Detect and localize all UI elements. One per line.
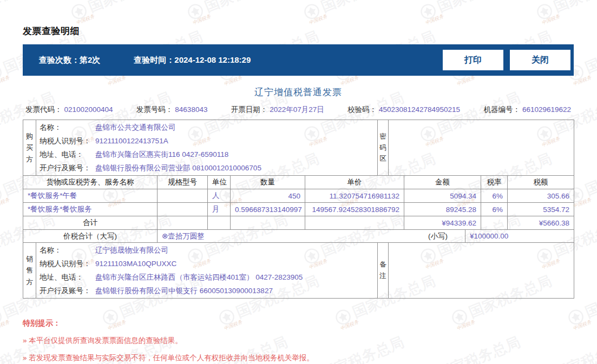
notice-item: » 本平台仅提供所查询发票票面信息的查验结果。 (23, 336, 574, 346)
buyer-taxid-label: 纳税人识别号： (40, 136, 95, 146)
grand-total-lowercase-label: (小写) (428, 231, 448, 241)
seller-bank-value: 盘锦银行股份有限公司中银支行 660050130900013827 (95, 286, 273, 296)
item-unit: 人 (208, 189, 231, 203)
col-header-tax: 税额 (508, 176, 574, 189)
seller-address-row: 地址、电话：盘锦市兴隆台区庄林路西（市客运站四楼401室） 0427-28239… (36, 270, 377, 284)
col-header-spec: 规格型号 (158, 176, 208, 189)
remark-content (389, 243, 574, 299)
col-header-unit: 单位 (208, 176, 231, 189)
buyer-name-label: 名称： (40, 123, 95, 133)
seller-side-label: 销售方 (23, 243, 36, 299)
buyer-taxid-value: 91211100122413751A (95, 137, 168, 145)
seller-info: 名称：辽宁德晟物业有限公司 纳税人识别号：91211103MA10QPUXXC … (36, 243, 378, 299)
item-tax: 5354.72 (508, 203, 574, 216)
notice-title: 特别提示： (23, 319, 574, 328)
print-button[interactable]: 打印 (443, 50, 503, 70)
verification-header-bar: 查验次数：第2次 查验时间：2024-12-08 12:18:29 打印 关闭 (23, 44, 574, 76)
invoice-date: 开票日期：2022年07月27日 (231, 105, 324, 115)
invoice-code: 发票代码：021002000404 (25, 105, 113, 115)
machine-number-value: 661029619622 (522, 105, 571, 114)
check-code-value: 45023081242784950215 (379, 105, 460, 114)
check-time: 查验时间：2024-12-08 12:18:29 (134, 55, 251, 65)
notice-bullet-icon: » (23, 336, 27, 345)
items-header-row: 货物或应税劳务、服务名称 规格型号 单位 数量 单价 金额 税率 税额 (23, 176, 574, 189)
seller-taxid-row: 纳税人识别号：91211103MA10QPUXXC (36, 257, 377, 270)
special-notice: 特别提示： » 本平台仅提供所查询发票票面信息的查验结果。 » 若发现发票查验结… (23, 319, 574, 363)
buyer-taxid-row: 纳税人识别号：91211100122413751A (36, 134, 377, 148)
machine-number: 机器编号：661029619622 (483, 105, 571, 115)
buyer-side-label: 购买方 (23, 120, 36, 176)
items-total-price (305, 216, 404, 230)
item-qty: 0.596687313140997 (231, 203, 305, 216)
item-spec (158, 203, 208, 216)
grand-total-label: 价税合计（大写) (23, 230, 158, 243)
invoice-verification-page: 发票查验明细 查验次数：第2次 查验时间：2024-12-08 12:18:29… (0, 0, 597, 363)
check-count-value: 第2次 (80, 55, 100, 64)
col-header-price: 单价 (305, 176, 404, 189)
seller-address-label: 地址、电话： (40, 273, 95, 282)
seller-taxid-value: 91211103MA10QPUXXC (95, 260, 176, 268)
item-price: 11.320754716981132 (305, 189, 404, 203)
seller-name-value: 辽宁德晟物业有限公司 (95, 246, 168, 255)
items-total-label: 合计 (23, 216, 158, 230)
seller-bank-row: 开户行及账号：盘锦银行股份有限公司中银支行 660050130900013827 (36, 284, 377, 297)
remark-label: 备注 (378, 243, 389, 299)
buyer-address-row: 地址、电话：盘锦市兴隆台区惠宾街116 0427-6590118 (36, 148, 377, 161)
notice-bullet-icon: » (23, 354, 27, 362)
items-table: 货物或应税劳务、服务名称 规格型号 单位 数量 单价 金额 税率 税额 *餐饮服… (23, 175, 574, 230)
seller-section: 销售方 名称：辽宁德晟物业有限公司 纳税人识别号：91211103MA10QPU… (23, 242, 574, 299)
machine-number-label: 机器编号： (483, 105, 520, 114)
notice-text: 本平台仅提供所查询发票票面信息的查验结果。 (29, 336, 182, 345)
invoice-date-value: 2022年07月27日 (270, 105, 324, 114)
items-total-tax: ¥5660.38 (508, 216, 574, 230)
item-amount: 5094.34 (404, 189, 481, 203)
invoice-meta-row: 发票代码：021002000404 发票号码：84638043 开票日期：202… (23, 105, 574, 115)
item-tax: 305.66 (508, 189, 574, 203)
grand-total-lowercase-value: ¥100000.00 (470, 232, 508, 240)
password-area-label: 密码区 (378, 120, 389, 176)
buyer-bank-label: 开户行及账号： (40, 163, 95, 173)
invoice-title: 辽宁增值税普通发票 (23, 86, 574, 98)
invoice-number-label: 发票号码： (136, 105, 173, 114)
item-price: 149567.924528301886792 (305, 203, 404, 216)
grand-total-lowercase-cell: ¥100000.00 (465, 230, 574, 243)
buyer-address-label: 地址、电话： (40, 150, 95, 160)
notice-text: 若发现发票查验结果与实际交易不符，任何单位或个人有权拒收并向当地税务机关举报。 (29, 354, 314, 362)
invoice-number: 发票号码：84638043 (136, 105, 208, 115)
invoice-code-value: 021002000404 (64, 105, 113, 114)
items-total-qty (231, 216, 305, 230)
item-spec (158, 189, 208, 203)
item-qty: 450 (231, 189, 305, 203)
invoice-code-label: 发票代码： (25, 105, 62, 114)
page-title: 发票查验明细 (23, 0, 574, 37)
item-row: *餐饮服务*午餐 人 450 11.320754716981132 5094.3… (23, 189, 574, 203)
check-count: 查验次数：第2次 (39, 55, 100, 65)
col-header-name: 货物或应税劳务、服务名称 (23, 176, 158, 189)
grand-total-row: 价税合计（大写) ⊗壹拾万圆整 (小写) ¥100000.00 (23, 229, 574, 243)
buyer-section: 购买方 名称：盘锦市公共交通有限公司 纳税人识别号：91211100122413… (23, 120, 574, 176)
col-header-qty: 数量 (231, 176, 305, 189)
password-area-content (389, 120, 574, 176)
item-amount: 89245.28 (404, 203, 481, 216)
seller-name-row: 名称：辽宁德晟物业有限公司 (36, 243, 377, 257)
item-unit: 月 (208, 203, 231, 216)
item-name: *餐饮服务*午餐 (23, 189, 158, 203)
items-total-taxrate (481, 216, 508, 230)
seller-address-value: 盘锦市兴隆台区庄林路西（市客运站四楼401室） 0427-2823905 (95, 273, 303, 282)
item-name: *餐饮服务*餐饮服务 (23, 203, 158, 216)
check-code-label: 校验码： (347, 105, 377, 114)
col-header-amount: 金额 (404, 176, 481, 189)
buyer-name-row: 名称：盘锦市公共交通有限公司 (36, 121, 377, 134)
seller-taxid-label: 纳税人识别号： (40, 259, 95, 269)
seller-bank-label: 开户行及账号： (40, 286, 95, 296)
items-total-unit (208, 216, 231, 230)
buyer-info: 名称：盘锦市公共交通有限公司 纳税人识别号：91211100122413751A… (36, 120, 378, 176)
check-count-label: 查验次数： (39, 55, 80, 64)
col-header-taxrate: 税率 (481, 176, 508, 189)
check-code: 校验码：45023081242784950215 (347, 105, 460, 115)
invoice-date-label: 开票日期： (231, 105, 268, 114)
close-button[interactable]: 关闭 (510, 50, 570, 70)
item-taxrate: 6% (481, 203, 508, 216)
buyer-bank-value: 盘锦银行股份有限公司营业部 08100012010006705 (95, 163, 261, 173)
grand-total-uppercase-cell: ⊗壹拾万圆整 (小写) (158, 230, 465, 243)
